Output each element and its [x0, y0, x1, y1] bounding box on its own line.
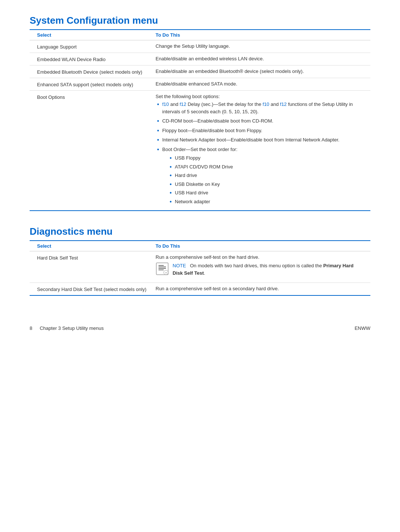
row-select-sata: Enhanced SATA support (select models onl…: [30, 81, 156, 87]
system-config-table: Select To Do This Language Support Chang…: [30, 29, 370, 211]
f10-link2: f10: [263, 101, 269, 107]
row-select-boot: Boot Options: [30, 94, 156, 100]
list-item: Internal Network Adapter boot—Enable/dis…: [156, 136, 363, 144]
list-item: USB Diskette on Key: [168, 181, 363, 188]
row-todo-boot: Set the following boot options: f10 and …: [156, 94, 370, 207]
list-item: USB Hard drive: [168, 189, 363, 197]
row-todo-hdd: Run a comprehensive self-test on the har…: [156, 254, 370, 280]
list-item: Hard drive: [168, 172, 363, 179]
svg-text:?: ?: [165, 271, 167, 275]
table-row: Secondary Hard Disk Self Test (select mo…: [30, 283, 370, 295]
f10-link: f10: [162, 101, 169, 107]
note-keyword: NOTE: [173, 263, 186, 268]
system-config-section: System Configuration menu Select To Do T…: [30, 15, 370, 211]
boot-order-list: USB Floppy ATAPI CD/DVD ROM Drive Hard d…: [168, 154, 363, 205]
system-config-todo-header: To Do This: [156, 32, 370, 38]
diagnostics-table: Select To Do This Hard Disk Self Test Ru…: [30, 240, 370, 296]
svg-rect-3: [159, 268, 166, 269]
list-item: f10 and f12 Delay (sec.)—Set the delay f…: [156, 101, 363, 115]
diagnostics-table-header: Select To Do This: [30, 241, 370, 251]
note-row: ? NOTE On models with two hard drives, t…: [156, 262, 363, 277]
row-todo-sata: Enable/disable enhanced SATA mode.: [156, 81, 370, 87]
footer-page-number: 8: [30, 325, 32, 331]
table-row: Language Support Change the Setup Utilit…: [30, 40, 370, 53]
footer: 8 Chapter 3 Setup Utility menus ENWW: [30, 325, 370, 331]
footer-chapter: Chapter 3 Setup Utility menus: [40, 325, 104, 331]
row-select-wlan: Embedded WLAN Device Radio: [30, 56, 156, 62]
system-config-table-header: Select To Do This: [30, 30, 370, 40]
list-item: CD-ROM boot—Enable/disable boot from CD-…: [156, 117, 363, 125]
diagnostics-section: Diagnostics menu Select To Do This Hard …: [30, 226, 370, 296]
list-item: ATAPI CD/DVD ROM Drive: [168, 163, 363, 171]
row-select-language: Language Support: [30, 43, 156, 50]
diagnostics-todo-header: To Do This: [156, 243, 370, 249]
boot-options-list: f10 and f12 Delay (sec.)—Set the delay f…: [156, 101, 363, 205]
f12-link: f12: [180, 101, 186, 107]
list-item: Boot Order—Set the boot order for: USB F…: [156, 146, 363, 205]
boot-options-intro: Set the following boot options:: [156, 94, 363, 99]
table-row: Enhanced SATA support (select models onl…: [30, 78, 370, 91]
note-bold-text: Primary Hard Disk Self Test: [173, 263, 353, 276]
row-todo-secondary-hdd: Run a comprehensive self-test on a secon…: [156, 286, 370, 291]
hdd-test-text: Run a comprehensive self-test on the har…: [156, 254, 363, 260]
list-item: Floppy boot—Enable/disable boot from Flo…: [156, 127, 363, 134]
svg-rect-1: [159, 265, 164, 266]
table-row: Hard Disk Self Test Run a comprehensive …: [30, 251, 370, 283]
list-item: USB Floppy: [168, 154, 363, 162]
table-row: Embedded WLAN Device Radio Enable/disabl…: [30, 53, 370, 66]
diagnostics-select-header: Select: [30, 243, 156, 249]
table-row: Boot Options Set the following boot opti…: [30, 91, 370, 210]
footer-left: 8 Chapter 3 Setup Utility menus: [30, 325, 104, 331]
row-todo-language: Change the Setup Utility language.: [156, 43, 370, 49]
note-icon: ?: [156, 262, 169, 277]
svg-rect-4: [159, 270, 164, 270]
row-select-secondary-hdd: Secondary Hard Disk Self Test (select mo…: [30, 286, 156, 292]
row-todo-wlan: Enable/disable an embedded wireless LAN …: [156, 56, 370, 61]
system-config-select-header: Select: [30, 32, 156, 38]
diagnostics-title: Diagnostics menu: [30, 226, 370, 237]
svg-rect-2: [159, 267, 166, 267]
row-select-hdd: Hard Disk Self Test: [30, 254, 156, 261]
footer-enww: ENWW: [354, 325, 370, 331]
table-row: Embedded Bluetooth Device (select models…: [30, 66, 370, 78]
row-select-bluetooth: Embedded Bluetooth Device (select models…: [30, 68, 156, 75]
list-item: Network adapter: [168, 198, 363, 205]
note-content: NOTE On models with two hard drives, thi…: [173, 262, 363, 277]
row-todo-bluetooth: Enable/disable an embedded Bluetooth® de…: [156, 68, 370, 74]
f12-link2: f12: [280, 101, 287, 107]
system-config-title: System Configuration menu: [30, 15, 370, 26]
